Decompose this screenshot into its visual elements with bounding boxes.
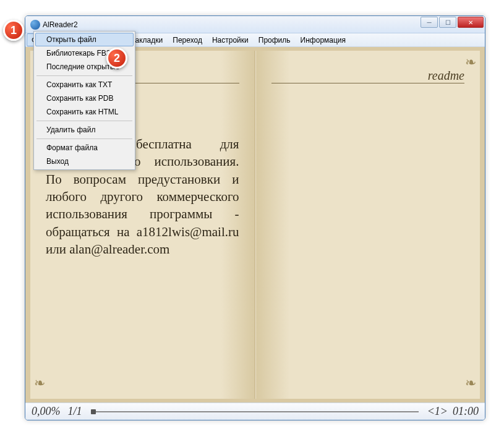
status-pages: 1/1 — [68, 405, 82, 418]
status-percent: 0,00% — [32, 405, 61, 418]
callout-1: 1 — [3, 20, 24, 41]
menu-exit[interactable]: Выход — [35, 155, 134, 168]
menu-navigation[interactable]: Переход — [168, 33, 207, 46]
ornament-icon: ❧ — [34, 375, 54, 395]
page-header-line: readme — [271, 72, 465, 83]
status-position: <1> — [427, 405, 448, 418]
minimize-button[interactable]: ─ — [421, 17, 438, 28]
menu-separator — [36, 75, 132, 76]
menu-info[interactable]: Информация — [296, 33, 351, 46]
app-icon — [30, 20, 40, 30]
status-clock: 01:00 — [453, 405, 479, 418]
menu-settings[interactable]: Настройки — [207, 33, 254, 46]
page-right[interactable]: ❧ ❧ readme — [255, 51, 481, 399]
progress-slider[interactable] — [91, 411, 419, 412]
menu-separator — [36, 121, 132, 121]
ornament-icon: ❧ — [456, 54, 476, 74]
window-controls: ─ ☐ ✕ — [421, 16, 485, 28]
close-button[interactable]: ✕ — [458, 17, 484, 28]
menu-save-html[interactable]: Сохранить как HTML — [35, 105, 134, 119]
menu-separator — [36, 138, 132, 139]
menu-open-file[interactable]: Открыть файл — [35, 33, 134, 46]
menu-file-format[interactable]: Формат файла — [35, 141, 134, 155]
window-title: AlReader2 — [43, 20, 78, 29]
maximize-button[interactable]: ☐ — [439, 17, 456, 28]
ornament-icon: ❧ — [456, 375, 476, 395]
menu-save-pdb[interactable]: Сохранить как PDB — [35, 92, 134, 105]
menu-profile[interactable]: Профиль — [254, 33, 296, 46]
callout-2: 2 — [106, 48, 127, 69]
menu-delete-file[interactable]: Удалить файл — [35, 123, 134, 137]
statusbar: 0,00% 1/1 <1> 01:00 — [25, 403, 485, 420]
menu-save-txt[interactable]: Сохранить как TXT — [35, 78, 134, 92]
